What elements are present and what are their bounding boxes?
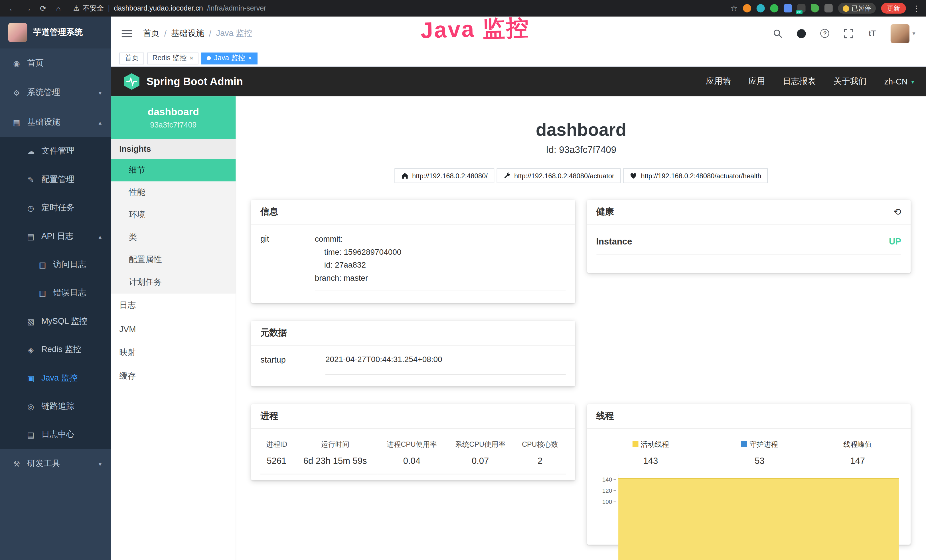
sidebar-item-log-center[interactable]: ▤ 日志中心	[0, 421, 111, 449]
sba-instance-header[interactable]: dashboard 93a3fc7f7409	[111, 97, 236, 139]
sidebar-item-api-log[interactable]: ▤ API 日志 ▴	[0, 222, 111, 250]
sba-item-jvm[interactable]: JVM	[111, 317, 236, 341]
locale-selector[interactable]: zh-CN ▾	[884, 77, 914, 86]
breadcrumb-infra[interactable]: 基础设施	[171, 28, 204, 38]
infra-submenu: ☁ 文件管理 ✎ 配置管理 ◷ 定时任务 ▤ API 日志 ▴ ▥	[0, 137, 111, 449]
tab-home[interactable]: 首页	[119, 52, 144, 64]
chevron-down-icon: ▾	[911, 78, 914, 85]
sidebar-item-label: 定时任务	[41, 203, 74, 213]
health-url-button[interactable]: http://192.168.0.2:48080/actuator/health	[623, 168, 768, 183]
chevron-down-icon: ▾	[912, 30, 915, 37]
drop-extension-icon[interactable]	[757, 4, 765, 12]
paused-badge[interactable]: 已暂停	[838, 3, 876, 14]
sba-item-caches[interactable]: 缓存	[111, 365, 236, 388]
actuator-url-button[interactable]: http://192.168.0.2:48080/actuator	[496, 168, 621, 183]
tabs-bar: 首页 Redis 监控 × Java 监控 ×	[111, 50, 926, 67]
sidebar-item-label: 错误日志	[53, 288, 86, 298]
extension-zone: ☆ on 已暂停 更新 ⋮	[730, 3, 920, 14]
sidebar-item-java[interactable]: ▣ Java 监控	[0, 364, 111, 392]
puzzle-extension-icon[interactable]	[825, 4, 833, 12]
sba-item-config-props[interactable]: 配置属性	[111, 249, 236, 271]
forward-icon[interactable]: →	[21, 4, 35, 12]
help-icon[interactable]: ?	[820, 28, 830, 38]
col-header-process-cpu: 进程CPU使用率	[378, 437, 446, 451]
update-button[interactable]: 更新	[881, 3, 906, 14]
admin-sidebar: 芋道管理系统 ◉ 首页 ⚙ 系统管理 ▾ ▦ 基础设施 ▴ ☁ 文件管理	[0, 17, 111, 560]
breadcrumb-current: Java 监控	[216, 28, 252, 38]
github-icon[interactable]	[796, 28, 806, 38]
sba-group-insights: Insights	[111, 139, 236, 159]
sidebar-item-job[interactable]: ◷ 定时任务	[0, 194, 111, 222]
chevron-up-icon: ▴	[99, 233, 101, 240]
security-warning[interactable]: ⚠ 不安全	[73, 3, 104, 13]
close-icon[interactable]: ×	[248, 55, 252, 62]
tab-redis-monitor[interactable]: Redis 监控 ×	[147, 52, 199, 64]
actuator-url: http://192.168.0.2:48080/actuator	[514, 172, 614, 179]
sba-item-mappings[interactable]: 映射	[111, 341, 236, 365]
sidebar-item-file[interactable]: ☁ 文件管理	[0, 137, 111, 165]
sidebar-item-system[interactable]: ⚙ 系统管理 ▾	[0, 78, 111, 107]
sidebar-item-redis[interactable]: ◈ Redis 监控	[0, 336, 111, 364]
font-size-icon[interactable]: tT	[867, 28, 878, 38]
service-url-button[interactable]: http://192.168.0.2:48080/	[394, 168, 494, 183]
sidebar-item-error-log[interactable]: ▥ 错误日志	[0, 279, 111, 307]
sba-item-details[interactable]: 细节	[111, 159, 236, 182]
sidebar-item-label: Redis 监控	[41, 344, 81, 355]
spring-boot-admin-logo-icon	[123, 73, 141, 91]
back-icon[interactable]: ←	[6, 4, 19, 12]
breadcrumb: 首页 / 基础设施 / Java 监控	[143, 28, 253, 38]
fullscreen-icon[interactable]	[843, 28, 854, 38]
sidebar-item-home[interactable]: ◉ 首页	[0, 48, 111, 78]
sidebar-item-access-log[interactable]: ▥ 访问日志	[0, 250, 111, 279]
sba-brand[interactable]: Spring Boot Admin	[147, 75, 243, 88]
sba-item-scheduled-tasks[interactable]: 计划任务	[111, 271, 236, 294]
sba-item-classes[interactable]: 类	[111, 226, 236, 249]
instance-name: dashboard	[148, 106, 199, 118]
sba-nav-applications[interactable]: 应用	[748, 76, 765, 87]
sba-item-logs[interactable]: 日志	[111, 294, 236, 317]
process-cpu-value: 0.04	[378, 451, 446, 474]
instance-id: 93a3fc7f7409	[150, 120, 197, 129]
redis-icon: ◈	[26, 345, 35, 354]
git-time-line: time: 1596289704000	[315, 246, 566, 259]
card-title: 进程	[260, 410, 278, 422]
metadata-card: 元数据 startup 2021-04-27T00:44:31.254+08:0…	[251, 321, 575, 386]
leaf-extension-icon[interactable]	[811, 4, 819, 12]
sidebar-item-trace[interactable]: ◎ 链路追踪	[0, 392, 111, 421]
reload-icon[interactable]: ⟳	[36, 4, 50, 12]
chart-y-axis: 140 120 100	[596, 474, 617, 545]
fox-extension-icon[interactable]	[743, 4, 751, 12]
browser-menu-icon[interactable]: ⋮	[912, 4, 920, 12]
bookmark-star-icon[interactable]: ☆	[730, 3, 737, 13]
sidebar-item-mysql[interactable]: ▧ MySQL 监控	[0, 307, 111, 336]
green-circle-extension-icon[interactable]	[770, 4, 778, 12]
user-menu[interactable]: ▾	[891, 24, 915, 43]
health-url: http://192.168.0.2:48080/actuator/health	[641, 172, 761, 179]
sba-item-metrics[interactable]: 性能	[111, 182, 236, 204]
grid-extension-icon[interactable]	[784, 4, 792, 12]
browser-home-icon[interactable]: ⌂	[52, 4, 65, 12]
sba-nav-wallboard[interactable]: 应用墙	[706, 76, 731, 87]
sidebar-item-dev-tools[interactable]: ⚒ 研发工具 ▾	[0, 449, 111, 479]
close-icon[interactable]: ×	[190, 55, 194, 62]
search-icon[interactable]	[773, 28, 783, 38]
sba-item-environment[interactable]: 环境	[111, 204, 236, 226]
sidebar-toggle-icon[interactable]	[122, 30, 132, 37]
sidebar-item-label: 研发工具	[27, 459, 60, 469]
sidebar-item-config[interactable]: ✎ 配置管理	[0, 165, 111, 194]
sidebar-item-infra[interactable]: ▦ 基础设施 ▴	[0, 107, 111, 137]
service-url: http://192.168.0.2:48080/	[412, 172, 488, 179]
sidebar-item-label: 日志中心	[41, 429, 74, 440]
mysql-icon: ▧	[26, 317, 35, 326]
history-icon[interactable]: ⟲	[893, 206, 901, 217]
tab-java-monitor[interactable]: Java 监控 ×	[202, 52, 257, 64]
metadata-card-body: startup 2021-04-27T00:44:31.254+08:00	[251, 345, 575, 386]
sba-nav-about[interactable]: 关于我们	[834, 76, 867, 87]
tampermonkey-extension-icon[interactable]: on	[797, 4, 806, 12]
breadcrumb-home[interactable]: 首页	[143, 28, 159, 38]
card-title: 信息	[260, 206, 278, 217]
address-bar[interactable]: ⚠ 不安全 | dashboard.yudao.iocoder.cn/infra…	[73, 3, 728, 13]
sba-nav-journal[interactable]: 日志报表	[782, 76, 816, 87]
instance-label: Instance	[596, 236, 632, 246]
logo-row[interactable]: 芋道管理系统	[0, 17, 111, 48]
